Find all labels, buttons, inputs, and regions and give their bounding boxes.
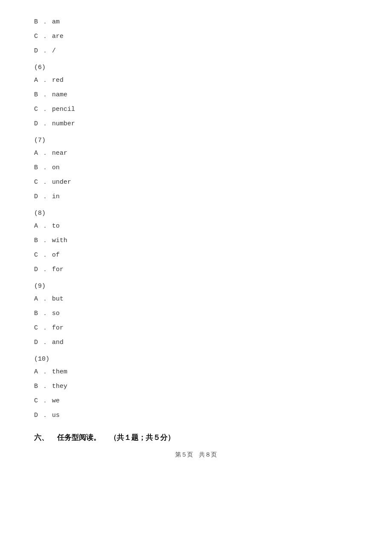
- question-number-q10: (10): [34, 356, 358, 363]
- question-q10: (10)A ． themB ． theyC ． weD ． us: [34, 356, 358, 421]
- option-c-are: C ． are: [34, 32, 358, 42]
- option-q7-a: A ． near: [34, 148, 358, 159]
- option-q9-c: C ． for: [34, 323, 358, 333]
- option-q8-c: C ． of: [34, 250, 358, 260]
- option-q10-b: B ． they: [34, 382, 358, 392]
- option-q10-a: A ． them: [34, 367, 358, 377]
- option-q8-b: B ． with: [34, 236, 358, 246]
- question-number-q9: (9): [34, 283, 358, 290]
- option-q6-d: D ． number: [34, 119, 358, 129]
- question-number-q7: (7): [34, 137, 358, 144]
- option-letter: C: [34, 33, 38, 40]
- question-q6: (6)A ． redB ． nameC ． pencilD ． number: [34, 64, 358, 129]
- option-q10-d: D ． us: [34, 410, 358, 421]
- option-q9-d: D ． and: [34, 338, 358, 348]
- question-q7: (7)A ． nearB ． onC ． underD ． in: [34, 137, 358, 202]
- option-b-am: B ． am: [34, 17, 358, 27]
- option-q8-d: D ． for: [34, 265, 358, 275]
- option-q7-d: D ． in: [34, 192, 358, 202]
- option-letter: B: [34, 18, 38, 26]
- option-q6-a: A ． red: [34, 75, 358, 86]
- question-number-q8: (8): [34, 210, 358, 217]
- section-header: 六、 任务型阅读。 （共１题；共５分）: [34, 433, 358, 442]
- option-letter: D: [34, 47, 38, 55]
- page-info: 第５页 共８页: [34, 451, 358, 459]
- question-q8: (8)A ． toB ． withC ． ofD ． for: [34, 210, 358, 275]
- option-q7-b: B ． on: [34, 163, 358, 173]
- question-q9: (9)A ． butB ． soC ． forD ． and: [34, 283, 358, 348]
- preceding-options-block: B ． am C ． are D ． /: [34, 17, 358, 56]
- option-q9-b: B ． so: [34, 309, 358, 319]
- option-q7-c: C ． under: [34, 177, 358, 188]
- option-q9-a: A ． but: [34, 294, 358, 304]
- option-q6-b: B ． name: [34, 90, 358, 100]
- option-d-slash: D ． /: [34, 46, 358, 56]
- questions-container: (6)A ． redB ． nameC ． pencilD ． number(7…: [34, 64, 358, 421]
- option-q10-c: C ． we: [34, 396, 358, 406]
- question-number-q6: (6): [34, 64, 358, 71]
- option-q8-a: A ． to: [34, 221, 358, 231]
- option-q6-c: C ． pencil: [34, 104, 358, 115]
